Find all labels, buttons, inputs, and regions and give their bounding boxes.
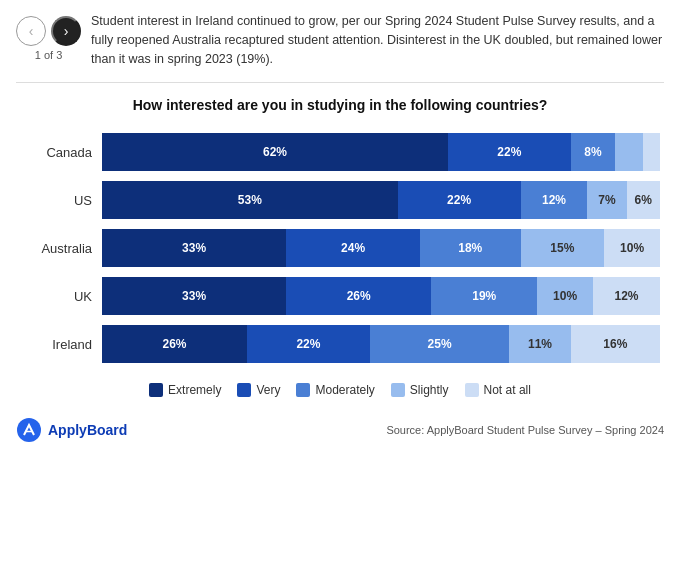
bar-segment-very: 22%: [247, 325, 370, 363]
legend-color-very: [237, 383, 251, 397]
nav-text: Student interest in Ireland continued to…: [91, 12, 664, 68]
applyboard-logo-icon: [16, 417, 42, 443]
bar-segment-not-at-all: [643, 133, 660, 171]
legend-label-slightly: Slightly: [410, 383, 449, 397]
back-button[interactable]: ‹: [16, 16, 46, 46]
chart-area: Canada62%22%8%US53%22%12%7%6%Australia33…: [30, 131, 660, 365]
legend-color-moderately: [296, 383, 310, 397]
nav-text-block: Student interest in Ireland continued to…: [91, 12, 664, 68]
bar-row: Ireland26%22%25%11%16%: [30, 323, 660, 365]
bar-segment-moderately: 12%: [521, 181, 588, 219]
legend-label-not-at-all: Not at all: [484, 383, 531, 397]
bar-segment-extremely: 62%: [102, 133, 448, 171]
bar-row: UK33%26%19%10%12%: [30, 275, 660, 317]
bar-segment-slightly: 11%: [509, 325, 570, 363]
bar-segment-extremely: 26%: [102, 325, 247, 363]
bar-row-label: UK: [30, 289, 102, 304]
bar-track: 62%22%8%: [102, 133, 660, 171]
bar-segment-not-at-all: 16%: [571, 325, 660, 363]
bar-segment-moderately: 19%: [431, 277, 537, 315]
footer-source: Source: ApplyBoard Student Pulse Survey …: [386, 424, 664, 436]
bar-row: Australia33%24%18%15%10%: [30, 227, 660, 269]
legend-item-moderately: Moderately: [296, 383, 374, 397]
legend-label-very: Very: [256, 383, 280, 397]
bar-track: 53%22%12%7%6%: [102, 181, 660, 219]
bar-segment-extremely: 33%: [102, 277, 286, 315]
bar-segment-slightly: 10%: [537, 277, 593, 315]
bar-segment-not-at-all: 12%: [593, 277, 660, 315]
bar-row-label: Australia: [30, 241, 102, 256]
bar-row-label: Ireland: [30, 337, 102, 352]
bar-segment-very: 24%: [286, 229, 420, 267]
bar-track: 33%24%18%15%10%: [102, 229, 660, 267]
bar-row: US53%22%12%7%6%: [30, 179, 660, 221]
nav-header: ‹ › 1 of 3 Student interest in Ireland c…: [16, 12, 664, 83]
bar-segment-very: 22%: [448, 133, 571, 171]
legend-label-moderately: Moderately: [315, 383, 374, 397]
bar-row-label: Canada: [30, 145, 102, 160]
legend: ExtremelyVeryModeratelySlightlyNot at al…: [20, 383, 660, 397]
bar-segment-extremely: 53%: [102, 181, 398, 219]
footer-logo: ApplyBoard: [16, 417, 127, 443]
chart-section: How interested are you in studying in th…: [16, 97, 664, 397]
legend-item-slightly: Slightly: [391, 383, 449, 397]
legend-item-not-at-all: Not at all: [465, 383, 531, 397]
bar-row-label: US: [30, 193, 102, 208]
legend-label-extremely: Extremely: [168, 383, 221, 397]
bar-row: Canada62%22%8%: [30, 131, 660, 173]
bar-track: 26%22%25%11%16%: [102, 325, 660, 363]
legend-color-extremely: [149, 383, 163, 397]
bar-segment-very: 26%: [286, 277, 431, 315]
svg-point-0: [17, 418, 41, 442]
bar-segment-slightly: [615, 133, 643, 171]
nav-buttons: ‹ › 1 of 3: [16, 12, 81, 61]
forward-button[interactable]: ›: [51, 16, 81, 46]
bar-segment-slightly: 15%: [521, 229, 605, 267]
bar-track: 33%26%19%10%12%: [102, 277, 660, 315]
bar-segment-very: 22%: [398, 181, 521, 219]
bar-segment-moderately: 25%: [370, 325, 510, 363]
bar-segment-not-at-all: 6%: [627, 181, 660, 219]
logo-text: ApplyBoard: [48, 422, 127, 438]
legend-item-very: Very: [237, 383, 280, 397]
bar-segment-moderately: 8%: [571, 133, 616, 171]
legend-item-extremely: Extremely: [149, 383, 221, 397]
bar-segment-extremely: 33%: [102, 229, 286, 267]
bar-segment-slightly: 7%: [587, 181, 626, 219]
main-container: ‹ › 1 of 3 Student interest in Ireland c…: [0, 0, 680, 455]
legend-color-not-at-all: [465, 383, 479, 397]
nav-counter: 1 of 3: [35, 49, 63, 61]
bar-segment-moderately: 18%: [420, 229, 520, 267]
bar-segment-not-at-all: 10%: [604, 229, 660, 267]
legend-color-slightly: [391, 383, 405, 397]
footer: ApplyBoard Source: ApplyBoard Student Pu…: [16, 411, 664, 443]
chart-title: How interested are you in studying in th…: [20, 97, 660, 113]
